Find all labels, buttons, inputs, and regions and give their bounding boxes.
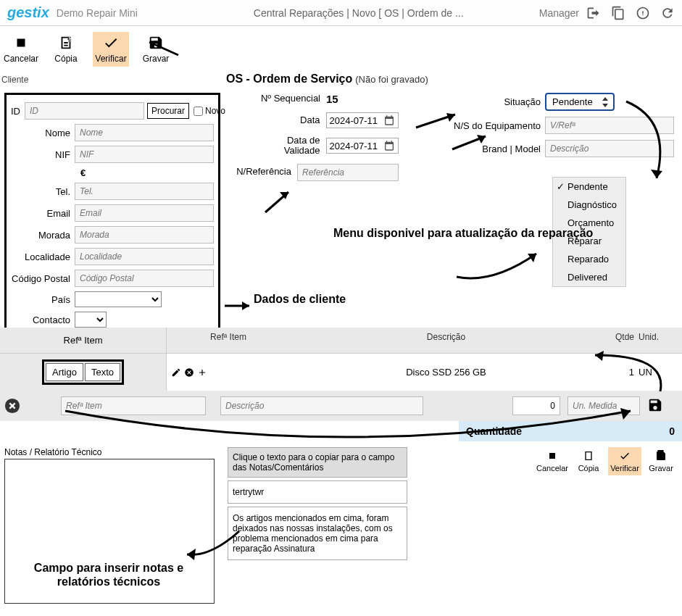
nif-input[interactable] xyxy=(75,146,214,163)
data-field[interactable]: 2024-07-11 xyxy=(326,112,399,128)
col-ref: Refª Item xyxy=(167,332,290,349)
topbar: gestix Demo Repair Mini Central Reparaçõ… xyxy=(0,0,682,26)
template-item-1[interactable]: tertrytwr xyxy=(228,480,407,504)
page-title: OS - Ordem de Serviço xyxy=(226,72,352,86)
client-panel: ID Procurar Novo Nome NIF € Tel. Email M… xyxy=(4,93,220,343)
mini-gravar-button[interactable]: Gravar xyxy=(644,447,678,475)
email-label: Email xyxy=(11,208,75,219)
clipboard-icon xyxy=(583,450,594,462)
stop-icon xyxy=(13,35,29,51)
verificar-button[interactable]: Verificar xyxy=(93,32,129,67)
annotation-menu-disponivel: Menu disponivel para atualização da repa… xyxy=(333,226,593,240)
check-icon xyxy=(619,450,631,462)
annotation-arrow xyxy=(181,528,246,565)
bottom-area: Notas / Relatório Técnico Clique o texto… xyxy=(0,441,682,609)
pais-select[interactable] xyxy=(75,291,162,307)
annotation-arrow xyxy=(58,398,638,449)
tel-input[interactable] xyxy=(75,183,214,200)
edit-icon[interactable] xyxy=(171,367,181,378)
dd-item-reparado[interactable]: Reparado xyxy=(553,250,625,268)
col-desc: Descrição xyxy=(290,332,602,349)
nif-label: NIF xyxy=(11,149,75,160)
validade-label: Data de Validade xyxy=(268,136,326,157)
item-desc: Disco SSD 256 GB xyxy=(290,367,602,378)
seq-label: Nº Sequencial xyxy=(261,93,326,104)
calendar-icon xyxy=(383,140,395,151)
annotation-arrow xyxy=(413,110,464,132)
dd-item-delivered[interactable]: Delivered xyxy=(553,268,625,286)
app-logo: gestix xyxy=(7,4,49,21)
delete-icon[interactable] xyxy=(184,367,194,378)
breadcrumb: Central Reparações | Novo [ OS | Ordem d… xyxy=(254,7,539,19)
codigo-label: Código Postal xyxy=(11,273,75,284)
id-input[interactable] xyxy=(25,102,144,120)
morada-label: Morada xyxy=(11,230,75,241)
validade-field[interactable]: 2024-07-11 xyxy=(326,138,399,154)
items-head-left: Refª Item xyxy=(0,328,167,353)
situacao-label: Situação xyxy=(449,96,545,107)
section-header: Cliente OS - Ordem de Serviço (Não foi g… xyxy=(0,71,682,88)
check-icon xyxy=(103,35,119,51)
email-input[interactable] xyxy=(75,204,214,222)
select-arrows-icon xyxy=(602,97,609,107)
svg-rect-3 xyxy=(549,453,555,459)
annotation-dados-cliente: Dados de cliente xyxy=(254,293,346,306)
cancelar-button[interactable]: Cancelar xyxy=(3,32,39,67)
copia-button[interactable]: Cópia xyxy=(48,32,84,67)
mode-texto-button[interactable]: Texto xyxy=(85,363,120,381)
localidade-input[interactable] xyxy=(75,248,214,265)
nome-label: Nome xyxy=(11,128,75,138)
template-help: Clique o texto para o copiar para o camp… xyxy=(228,447,407,478)
mode-artigo-button[interactable]: Artigo xyxy=(46,363,83,381)
close-icon[interactable] xyxy=(4,398,20,414)
annotation-arrow xyxy=(588,348,675,399)
save-line-icon[interactable] xyxy=(647,397,663,413)
id-label: ID xyxy=(11,106,25,117)
calendar-icon xyxy=(383,115,395,126)
annotation-arrow xyxy=(144,33,180,58)
dd-item-diagnostico[interactable]: Diagnóstico xyxy=(553,196,625,214)
mini-cancelar-button[interactable]: Cancelar xyxy=(536,447,569,475)
situacao-select[interactable]: Pendente xyxy=(545,93,615,111)
localidade-label: Localidade xyxy=(11,251,75,262)
ref-label: N/Referência xyxy=(236,167,297,177)
contacto-label: Contacto xyxy=(11,315,75,325)
novo-label: Novo xyxy=(205,106,225,116)
add-icon[interactable] xyxy=(197,367,207,378)
page-subtitle: (Não foi gravado) xyxy=(355,74,428,85)
contacto-select[interactable] xyxy=(75,312,107,328)
mini-copia-button[interactable]: Cópia xyxy=(572,447,605,475)
codigo-input[interactable] xyxy=(75,270,214,287)
help-icon[interactable] xyxy=(636,6,650,20)
clipboard-icon xyxy=(58,35,74,51)
nome-input[interactable] xyxy=(75,124,214,141)
annotation-arrow xyxy=(620,99,678,186)
tel-label: Tel. xyxy=(11,186,75,197)
main-toolbar: Cancelar Cópia Verificar Gravar xyxy=(0,26,682,71)
top-title: Demo Repair Mini xyxy=(57,7,138,19)
copy-icon[interactable] xyxy=(611,6,625,20)
ref-input[interactable] xyxy=(297,164,399,181)
annotation-arrow xyxy=(449,132,493,154)
logout-icon[interactable] xyxy=(586,6,601,20)
novo-checkbox[interactable] xyxy=(194,107,203,116)
qty-total-value: 0 xyxy=(669,425,675,437)
morada-input[interactable] xyxy=(75,226,214,244)
dd-item-pendente[interactable]: Pendente xyxy=(553,178,625,196)
order-meta-panel: Nº Sequencial 15 Data 2024-07-11 Data de… xyxy=(239,93,399,188)
col-unid: Unid. xyxy=(639,332,682,349)
procurar-button[interactable]: Procurar xyxy=(147,103,189,119)
annotation-arrow xyxy=(223,299,257,313)
mini-verificar-button[interactable]: Verificar xyxy=(608,447,641,475)
main-form-area: ID Procurar Novo Nome NIF € Tel. Email M… xyxy=(0,88,682,328)
annotation-notas: Campo para inserir notas e relatórios té… xyxy=(14,561,203,588)
stop-icon xyxy=(546,450,558,462)
annotation-arrow xyxy=(449,248,544,284)
template-item-2[interactable]: Os artigos mencionados em cima, foram de… xyxy=(228,507,407,560)
pais-label: País xyxy=(11,294,75,305)
data-label: Data xyxy=(300,115,325,125)
notes-label: Notas / Relatório Técnico xyxy=(4,447,220,457)
save-icon xyxy=(655,450,667,462)
refresh-icon[interactable] xyxy=(660,6,675,20)
annotation-arrow xyxy=(262,186,296,215)
